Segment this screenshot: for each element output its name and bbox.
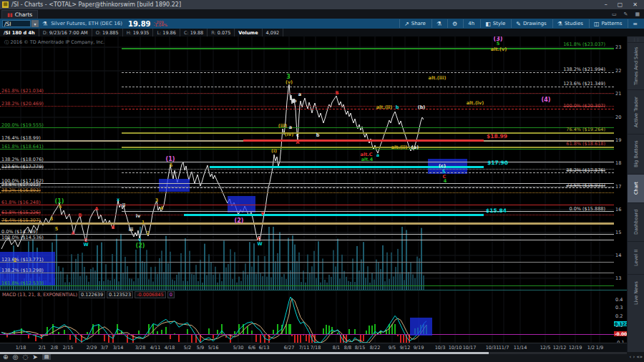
zoom-in-icon[interactable]: ◎ xyxy=(13,353,19,361)
drawings-button[interactable]: ✎Drawings xyxy=(511,19,550,28)
chart-scrollbar-thumb[interactable] xyxy=(0,352,489,354)
fib-label-left: 100.0% ($14.536) xyxy=(1,235,44,240)
time-axis-label: 6/6 xyxy=(248,345,255,351)
wave-label: b xyxy=(396,104,399,110)
fib-line xyxy=(0,205,614,205)
wave-label: 5 xyxy=(55,226,59,232)
menu-button[interactable]: ≡ xyxy=(628,19,642,28)
macd-axis-label: 0.4 xyxy=(615,297,623,303)
candlestick-icon: ◫ xyxy=(594,21,600,27)
pan-icon[interactable]: ⊕ xyxy=(3,353,9,361)
close-button[interactable]: ✕ xyxy=(633,1,638,8)
share-button-label: Share xyxy=(411,21,426,26)
fib-line xyxy=(122,48,614,49)
scroll-arrows[interactable]: ‹ › «» xyxy=(629,354,643,360)
wave-label: 4 xyxy=(160,205,164,211)
wave-label: (1) xyxy=(166,156,175,162)
sidebar-grip[interactable]: ⋮⋮ xyxy=(628,36,644,42)
grid-icon[interactable]: ▦ xyxy=(635,11,640,17)
symbol-input[interactable]: /SI xyxy=(2,20,31,27)
wave-label: A xyxy=(94,206,98,212)
macd-value: 0.123523 xyxy=(107,291,133,298)
ondemand-button[interactable]: ⚗ xyxy=(431,19,446,28)
maximize-button[interactable]: ▢ xyxy=(618,1,623,8)
sidebar-tab-times-and-sales[interactable]: Times And Sales xyxy=(628,42,644,89)
wave-label: 4 xyxy=(444,178,447,184)
wave-label: B xyxy=(112,225,115,230)
wave-label: alt.(ii) xyxy=(376,104,393,110)
time-axis-label: 5/30 xyxy=(233,345,244,351)
field-value: 9/23/16 7:00 AM xyxy=(49,30,88,36)
sidebar-tab-big-buttons[interactable]: Big Buttons xyxy=(628,134,644,174)
ohlc-field: O:19.885 xyxy=(92,29,123,36)
wave-label: c xyxy=(296,132,299,138)
fib-label-left: 23.6% ($17.012) xyxy=(1,182,41,187)
minimize-button[interactable]: – xyxy=(605,1,608,8)
ondemand-flask-icon[interactable]: ⚗ xyxy=(42,21,47,27)
restore-panel-icon[interactable]: ▭ xyxy=(612,11,617,17)
sidebar-tab-chart[interactable]: Chart xyxy=(628,174,644,202)
zoom-out-icon[interactable]: ◌ xyxy=(22,353,28,361)
time-axis-label: 3/28 xyxy=(135,345,146,351)
tab-charts[interactable]: ▮▮ Charts xyxy=(1,10,38,19)
macd-pane[interactable]: MACD (13, 21, 8, EXPONENTIAL) 0.1226390.… xyxy=(0,290,627,343)
fib-label-right: 161.8% ($23.037) xyxy=(501,41,605,47)
tab-charts-label: Charts xyxy=(15,11,33,18)
macd-study-label: MACD (13, 21, 8, EXPONENTIAL) 0.1226390.… xyxy=(2,291,175,298)
time-axis-label: 1/2 xyxy=(587,345,595,351)
fib-label-left: 238.2% ($20.469) xyxy=(1,101,44,107)
window-controls: –▢✕ xyxy=(605,1,642,8)
share-button[interactable]: ↗Share xyxy=(399,19,430,28)
wave-label: (2) xyxy=(136,243,145,249)
fib-label-right: 0.0% ($15.888) xyxy=(501,206,605,212)
fib-label-left: 161.8% ($12.533) xyxy=(1,280,44,286)
macd-title[interactable]: MACD (13, 21, 8, EXPONENTIAL) xyxy=(2,292,77,298)
wave-label: x xyxy=(117,197,119,202)
price-alert-label[interactable]: $15.84 xyxy=(486,207,507,214)
time-axis: 1/182/12/82/152/293/73/143/284/114/185/2… xyxy=(0,343,627,352)
wave-label: alt.(iii) xyxy=(429,75,447,81)
sidebar-tab-level-ii[interactable]: Level II xyxy=(628,241,644,274)
wave-label: ii xyxy=(122,202,125,208)
wave-label: a xyxy=(376,152,379,158)
hamburger-icon: ≡ xyxy=(633,21,638,27)
drawing-highlight-box[interactable] xyxy=(410,318,432,336)
fib-line xyxy=(0,285,614,286)
fib-line xyxy=(0,222,614,225)
time-axis-label: 6/13 xyxy=(259,345,270,351)
time-axis-label: 10/3 xyxy=(435,345,446,351)
settings-button[interactable]: ⚙ xyxy=(447,19,462,28)
sidebar-tab-live-news[interactable]: Live News xyxy=(628,274,644,311)
price-alert-label[interactable]: $18.99 xyxy=(487,133,507,140)
sidebar-tab-active-trader[interactable]: Active Trader xyxy=(628,89,644,134)
fib-line xyxy=(0,192,614,193)
price-axis-label: 21 xyxy=(615,91,621,97)
wave-label: (iii) xyxy=(278,123,288,129)
style-button[interactable]: ◧Style xyxy=(480,19,509,28)
time-axis-label: 9/19 xyxy=(414,345,424,351)
studies-button[interactable]: ⚗Studies xyxy=(552,19,587,28)
time-axis-label: 1/18 xyxy=(16,345,26,351)
cursor-icon[interactable]: ➤ xyxy=(32,353,38,361)
chart-plot[interactable]: ⓘ 2016 © TD Ameritrade IP Company, Inc. … xyxy=(0,36,627,290)
price-change: -.209 -1.04% xyxy=(154,21,167,27)
fib-line xyxy=(0,234,614,235)
wave-label: 5 xyxy=(59,204,62,210)
pencil-icon: ✎ xyxy=(516,21,521,27)
fib-label-left: 61.8% ($15.226) xyxy=(1,210,41,215)
gear-icon: ⚙ xyxy=(452,21,457,27)
price-axis-label: 18 xyxy=(615,160,621,166)
edit-icon[interactable]: ✎ xyxy=(624,11,628,17)
drawing-highlight-box[interactable] xyxy=(159,179,190,192)
price-alert-label[interactable]: $17.90 xyxy=(487,160,508,166)
symbol-dropdown-button[interactable]: ▾ xyxy=(31,20,39,27)
price-axis-label: 13 xyxy=(615,275,621,281)
patterns-button[interactable]: ◫Patterns xyxy=(589,19,626,28)
wave-label: (i) xyxy=(271,148,277,154)
timeframe-button[interactable]: 4h xyxy=(463,19,479,28)
sidebar-tab-dashboard[interactable]: Dashboard xyxy=(628,202,644,241)
data-line: /SI 180 d 4hD:9/23/16 7:00 AMO:19.885H:1… xyxy=(0,29,644,36)
fib-label-right: 138.2% ($21.994) xyxy=(501,67,605,72)
panel-toggle-icon[interactable]: ▤ xyxy=(42,354,52,360)
macd-zero-line xyxy=(0,334,614,335)
